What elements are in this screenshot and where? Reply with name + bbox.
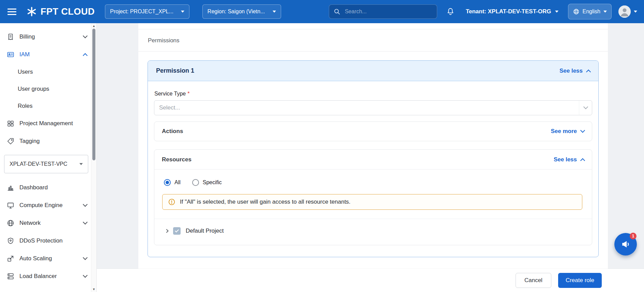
- shield-icon: [7, 237, 14, 245]
- scrollbar-thumb[interactable]: [92, 29, 95, 160]
- sidebar-item-network[interactable]: Network: [0, 214, 96, 232]
- brand-logo[interactable]: FPT CLOUD: [27, 6, 95, 17]
- bell-icon: [446, 7, 455, 16]
- permission-panel-header: Permission 1 See less: [148, 61, 598, 81]
- sidebar-subitem-label: Users: [18, 69, 33, 75]
- sidebar-item-ddos-protection[interactable]: DDoS Protection: [0, 232, 96, 250]
- expand-tree-chevron[interactable]: [165, 229, 168, 233]
- create-role-form-card: Permissions Permission 1 See less Servic…: [138, 23, 608, 292]
- sidebar-item-label: Project Management: [19, 120, 73, 127]
- sidebar-scrollbar[interactable]: ▲ ▼: [91, 23, 96, 292]
- resources-scope-radios: All Specific: [154, 170, 592, 186]
- service-type-select[interactable]: Select...: [154, 100, 592, 115]
- network-icon: [7, 219, 14, 227]
- search-box[interactable]: [329, 4, 437, 19]
- sidebar-item-billing[interactable]: Billing: [0, 28, 96, 46]
- chevron-down-icon: [181, 11, 184, 13]
- sidebar-item-load-balancer[interactable]: Load Balancer: [0, 267, 96, 285]
- load-balancer-icon: [7, 273, 14, 280]
- resources-see-less-toggle[interactable]: See less: [554, 156, 584, 163]
- topbar: FPT CLOUD Project: PROJECT_XPL... Region…: [0, 0, 644, 23]
- sidebar-item-label: Network: [19, 220, 41, 227]
- footer-action-bar: Cancel Create role: [97, 269, 644, 292]
- sidebar-item-label: Billing: [19, 33, 35, 40]
- cancel-button[interactable]: Cancel: [516, 273, 551, 288]
- sidebar: Billing IAM Users User groups Roles Proj…: [0, 23, 97, 292]
- dashboard-icon: [7, 184, 14, 191]
- sidebar-item-project-management[interactable]: Project Management: [0, 115, 96, 132]
- resources-all-radio[interactable]: All: [164, 179, 181, 186]
- fpt-logo-icon: [27, 6, 37, 17]
- chevron-down-icon: [634, 11, 637, 13]
- chevron-down-icon: [79, 163, 83, 165]
- sidebar-item-users[interactable]: Users: [0, 63, 96, 81]
- chevron-up-icon: [580, 158, 585, 163]
- vpc-selector[interactable]: XPLAT-DEV-TEST-VPC: [4, 155, 88, 173]
- language-dropdown[interactable]: English: [568, 4, 612, 19]
- chevron-down-icon: [273, 11, 276, 13]
- select-placeholder: Select...: [159, 104, 180, 111]
- radio-selected-icon: [164, 179, 171, 186]
- sidebar-item-label: IAM: [19, 51, 30, 58]
- search-input[interactable]: [344, 8, 433, 15]
- warning-icon: [168, 198, 175, 206]
- default-project-checkbox[interactable]: [173, 227, 181, 235]
- scroll-up-arrow[interactable]: ▲: [91, 24, 96, 28]
- user-menu[interactable]: [618, 5, 637, 18]
- all-access-warning: If "All" is selected, the user will gain…: [162, 194, 582, 210]
- iam-icon: [7, 51, 14, 58]
- resources-header: Resources See less: [154, 150, 592, 170]
- chevron-up-icon: [586, 69, 591, 74]
- permissions-section-header: Permissions: [138, 29, 608, 52]
- permission-see-less-toggle[interactable]: See less: [559, 68, 590, 74]
- region-dropdown[interactable]: Region: Saigon (Vietn...: [202, 4, 281, 19]
- notifications-button[interactable]: [446, 7, 455, 16]
- sidebar-item-iam[interactable]: IAM: [0, 46, 96, 63]
- sidebar-item-label: DDoS Protection: [19, 237, 63, 244]
- sidebar-item-label: Load Balancer: [19, 273, 57, 280]
- radio-unselected-icon: [192, 179, 199, 186]
- chevron-down-icon: [83, 273, 88, 278]
- sidebar-item-compute-engine[interactable]: Compute Engine: [0, 196, 96, 214]
- hamburger-icon: [7, 9, 16, 10]
- project-dropdown[interactable]: Project: PROJECT_XPL...: [105, 4, 189, 19]
- chevron-up-icon: [83, 53, 88, 58]
- actions-see-more-toggle[interactable]: See more: [551, 128, 584, 135]
- sidebar-item-dashboard[interactable]: Dashboard: [0, 179, 96, 196]
- permission-title: Permission 1: [156, 67, 194, 74]
- search-icon: [333, 8, 341, 15]
- sidebar-item-user-groups[interactable]: User groups: [0, 81, 96, 98]
- main-content: Permissions Permission 1 See less Servic…: [97, 23, 644, 292]
- permission-panel: Permission 1 See less Service Type* Sele…: [148, 60, 599, 257]
- chevron-down-icon: [580, 128, 585, 133]
- tenant-dropdown[interactable]: Tenant: XPLAT-DEV-TEST-ORG: [464, 8, 561, 15]
- sidebar-item-auto-scaling[interactable]: Auto Scaling: [0, 250, 96, 267]
- sidebar-item-label: Dashboard: [19, 184, 48, 191]
- vpc-selector-value: XPLAT-DEV-TEST-VPC: [10, 161, 67, 167]
- auto-scaling-icon: [7, 255, 14, 262]
- chevron-down-icon: [555, 11, 558, 13]
- sidebar-item-roles[interactable]: Roles: [0, 98, 96, 115]
- chevron-down-icon: [83, 220, 88, 224]
- project-dropdown-label: Project: PROJECT_XPL...: [110, 9, 173, 15]
- sidebar-item-tagging[interactable]: Tagging: [0, 132, 96, 150]
- hamburger-menu-button[interactable]: [5, 4, 20, 19]
- globe-icon: [573, 8, 580, 15]
- user-icon: [618, 5, 631, 18]
- scroll-down-arrow[interactable]: ▼: [91, 287, 96, 292]
- create-role-button[interactable]: Create role: [558, 273, 602, 288]
- resources-body: All Specific If "All" is selected,: [154, 170, 592, 245]
- language-label: English: [583, 9, 600, 15]
- compute-icon: [7, 202, 14, 209]
- avatar: [618, 5, 631, 18]
- permission-panel-body: Service Type* Select... Actions See more: [148, 81, 598, 257]
- chevron-down-icon: [83, 202, 88, 207]
- sidebar-subitem-label: User groups: [18, 86, 49, 92]
- chevron-down-icon: [583, 104, 588, 109]
- announcements-fab[interactable]: 1: [614, 233, 637, 256]
- warning-text: If "All" is selected, the user will gain…: [180, 199, 351, 205]
- previous-section-edge: [138, 23, 608, 29]
- sidebar-item-label: Tagging: [19, 138, 40, 145]
- required-asterisk: *: [187, 91, 189, 97]
- resources-specific-radio[interactable]: Specific: [192, 179, 222, 186]
